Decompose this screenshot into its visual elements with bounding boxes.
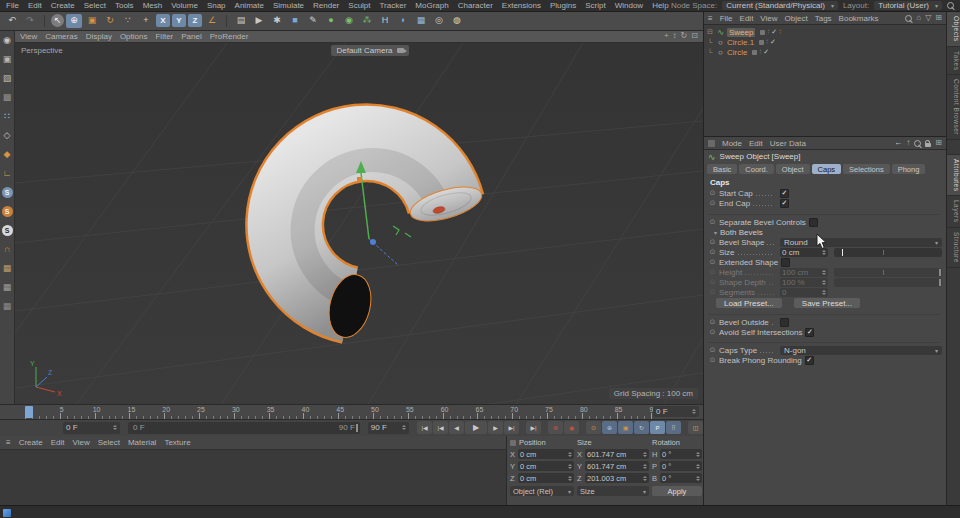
polygons-mode-icon[interactable]: ◆ bbox=[0, 145, 14, 164]
timeline-ruler[interactable]: 051015202530354045505560657075808590 0 F bbox=[0, 404, 703, 419]
subdivision-surface-icon[interactable]: ● bbox=[323, 14, 339, 28]
rotation-b-field[interactable]: 0 ° bbox=[660, 473, 702, 483]
floor-icon[interactable]: ▦ bbox=[413, 14, 429, 28]
next-frame-button[interactable]: ▶ bbox=[488, 421, 503, 434]
coordinate-system-icon[interactable]: ∠ bbox=[204, 14, 220, 28]
layout-dropdown[interactable]: Tutorial (User) ▾ bbox=[874, 1, 942, 10]
snap-2d-icon[interactable]: S bbox=[2, 206, 13, 217]
side-tab-layers[interactable]: Layers bbox=[947, 196, 960, 228]
texture-mode-icon[interactable]: ▨ bbox=[0, 69, 14, 88]
menu-mesh[interactable]: Mesh bbox=[143, 1, 163, 10]
menu-snap[interactable]: Snap bbox=[207, 1, 226, 10]
layer-color-chip[interactable] bbox=[760, 30, 765, 35]
save-preset-button[interactable]: Save Preset... bbox=[794, 298, 860, 308]
visibility-dots-icon[interactable]: ∶ bbox=[767, 28, 769, 36]
extended-shape-checkbox[interactable] bbox=[781, 258, 790, 267]
om-menu-tags[interactable]: Tags bbox=[815, 14, 832, 23]
enable-snap-icon[interactable]: ∩ bbox=[0, 240, 14, 259]
add-icon[interactable]: ⊞ bbox=[935, 14, 942, 22]
stepper[interactable] bbox=[113, 425, 117, 430]
rotate-icon[interactable]: ↻ bbox=[681, 32, 688, 40]
animation-dot-icon[interactable]: ⊙ bbox=[709, 318, 716, 326]
lock-z-axis-button[interactable]: Z bbox=[188, 14, 202, 27]
animation-dot-icon[interactable]: ⊙ bbox=[709, 346, 716, 354]
symmetry-icon[interactable]: H bbox=[377, 14, 393, 28]
next-key-button[interactable]: ▶| bbox=[504, 421, 519, 434]
light-icon[interactable]: ◍ bbox=[449, 14, 465, 28]
axis-handle[interactable] bbox=[357, 177, 362, 182]
last-tool-icon[interactable]: ∵ bbox=[120, 14, 136, 28]
break-phong-checkbox[interactable] bbox=[805, 356, 814, 365]
viewport-canvas[interactable]: Y X Z Perspective Default Camera Grid Sp… bbox=[15, 43, 703, 404]
spline-pen-icon[interactable]: ✎ bbox=[305, 14, 321, 28]
attr-menu-user-data[interactable]: User Data bbox=[770, 139, 806, 148]
axis-mode-icon[interactable]: ∟ bbox=[0, 164, 14, 183]
generators-icon[interactable]: ◉ bbox=[341, 14, 357, 28]
menu-create[interactable]: Create bbox=[51, 1, 75, 10]
key-position-button[interactable]: ⊕ bbox=[602, 421, 617, 434]
apply-button[interactable]: Apply bbox=[652, 486, 702, 496]
layer-color-chip[interactable] bbox=[759, 40, 764, 45]
menu-mograph[interactable]: MoGraph bbox=[415, 1, 448, 10]
viewport-menu-panel[interactable]: Panel bbox=[181, 32, 201, 41]
add-icon[interactable]: ⊞ bbox=[935, 139, 942, 147]
viewport-menu-cameras[interactable]: Cameras bbox=[45, 32, 77, 41]
om-menu-bookmarks[interactable]: Bookmarks bbox=[839, 14, 879, 23]
rotate-tool-icon[interactable]: ↻ bbox=[102, 14, 118, 28]
start-cap-checkbox[interactable] bbox=[780, 189, 789, 198]
goto-start-button[interactable]: |◀ bbox=[417, 421, 432, 434]
separate-bevel-checkbox[interactable] bbox=[809, 218, 818, 227]
search-icon[interactable] bbox=[905, 15, 912, 22]
om-menu-file[interactable]: File bbox=[720, 14, 733, 23]
render-picture-viewer-icon[interactable]: ▶ bbox=[251, 14, 267, 28]
stepper[interactable] bbox=[696, 476, 700, 481]
keyframe-selection-button[interactable]: ◫ bbox=[688, 421, 703, 434]
hamburger-icon[interactable]: ≡ bbox=[6, 438, 11, 447]
tab-phong[interactable]: Phong bbox=[892, 164, 926, 174]
workplane-mode-icon[interactable]: ▩ bbox=[0, 88, 14, 107]
object-name[interactable]: Circle bbox=[727, 48, 747, 57]
key-pla-button[interactable]: ⠿ bbox=[666, 421, 681, 434]
coord-mode-dropdown[interactable]: Object (Rel)▾ bbox=[510, 486, 574, 496]
object-row-circle-1[interactable]: └○Circle.1∶✓ bbox=[704, 37, 946, 47]
tab-selections[interactable]: Selections bbox=[843, 164, 890, 174]
material-menu-material[interactable]: Material bbox=[128, 438, 156, 447]
make-editable-icon[interactable]: ◉ bbox=[0, 31, 14, 50]
animation-dot-icon[interactable]: ⊙ bbox=[709, 218, 716, 226]
menu-help[interactable]: Help bbox=[652, 1, 668, 10]
om-menu-edit[interactable]: Edit bbox=[740, 14, 754, 23]
object-name[interactable]: Circle.1 bbox=[727, 38, 754, 47]
avoid-self-intersections-checkbox[interactable] bbox=[805, 328, 814, 337]
om-menu-view[interactable]: View bbox=[760, 14, 777, 23]
enabled-check-icon[interactable]: ✓ bbox=[770, 38, 776, 46]
render-settings-icon[interactable]: ✱ bbox=[269, 14, 285, 28]
menu-plugins[interactable]: Plugins bbox=[550, 1, 576, 10]
search-icon[interactable] bbox=[914, 140, 921, 147]
lock-icon[interactable] bbox=[925, 143, 931, 147]
animation-dot-icon[interactable]: ⊙ bbox=[709, 189, 716, 197]
node-space-dropdown[interactable]: Current (Standard/Physical) ▾ bbox=[722, 1, 838, 10]
stepper[interactable] bbox=[643, 464, 647, 469]
material-menu-select[interactable]: Select bbox=[98, 438, 120, 447]
stepper[interactable] bbox=[696, 452, 700, 457]
object-name[interactable]: Sweep bbox=[727, 28, 755, 37]
side-tab-content-browser[interactable]: Content Browser bbox=[947, 75, 960, 140]
size-x-field[interactable]: 601.747 cm bbox=[585, 449, 649, 459]
menu-character[interactable]: Character bbox=[458, 1, 493, 10]
z-axis-handle[interactable] bbox=[370, 239, 376, 245]
panel-icon[interactable] bbox=[708, 140, 715, 147]
sweep-object[interactable] bbox=[285, 143, 486, 342]
live-selection-icon[interactable]: ↖ bbox=[51, 14, 64, 27]
visibility-dots-icon[interactable]: ∶ bbox=[766, 38, 768, 46]
size-mode-dropdown[interactable]: Size▾ bbox=[577, 486, 649, 496]
edges-mode-icon[interactable]: ◇ bbox=[0, 126, 14, 145]
tab-basic[interactable]: Basic bbox=[707, 164, 737, 174]
home-icon[interactable]: ⌂ bbox=[916, 14, 921, 22]
menu-extensions[interactable]: Extensions bbox=[502, 1, 541, 10]
load-preset-button[interactable]: Load Preset... bbox=[716, 298, 782, 308]
timeline-range-slider[interactable]: 0 F 90 F bbox=[128, 422, 360, 434]
model-mode-icon[interactable]: ▣ bbox=[0, 50, 14, 69]
viewport-menu-options[interactable]: Options bbox=[120, 32, 148, 41]
stepper[interactable] bbox=[696, 464, 700, 469]
frame-number-field[interactable]: 0 F bbox=[63, 422, 120, 434]
